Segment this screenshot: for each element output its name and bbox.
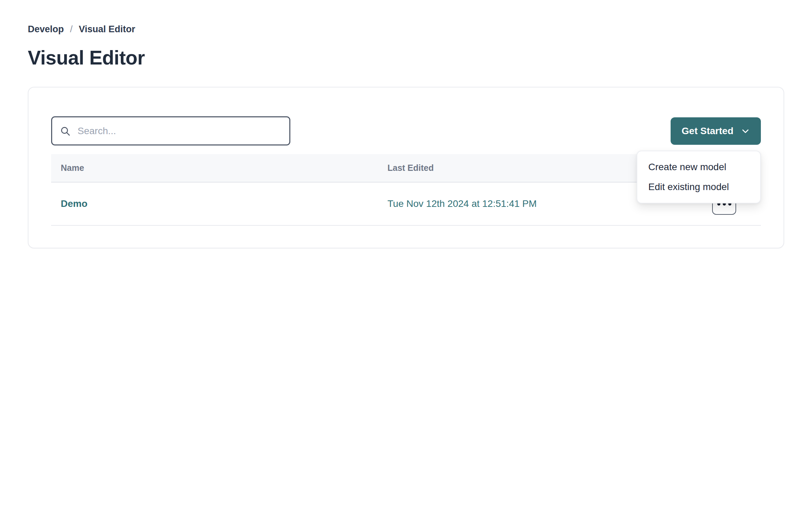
breadcrumb-separator: /: [70, 24, 73, 35]
get-started-dropdown: Create new model Edit existing model: [637, 151, 761, 203]
chevron-down-icon: [741, 127, 750, 136]
model-name-cell: Demo: [51, 198, 387, 209]
column-header-name: Name: [51, 163, 387, 173]
menu-item-create-new-model[interactable]: Create new model: [637, 157, 760, 177]
page-title: Visual Editor: [28, 46, 784, 69]
get-started-button[interactable]: Get Started: [671, 117, 761, 145]
get-started-label: Get Started: [682, 126, 733, 137]
search-input[interactable]: [77, 125, 282, 137]
page: Develop / Visual Editor Visual Editor Ge…: [0, 0, 812, 248]
search-box[interactable]: [51, 116, 290, 145]
toolbar: Get Started Create new model Edit existi…: [51, 116, 761, 145]
breadcrumb: Develop / Visual Editor: [28, 24, 784, 35]
models-card: Get Started Create new model Edit existi…: [28, 87, 784, 248]
menu-item-edit-existing-model[interactable]: Edit existing model: [637, 177, 760, 197]
search-icon: [60, 126, 71, 137]
breadcrumb-item-develop[interactable]: Develop: [28, 24, 64, 35]
breadcrumb-item-visual-editor[interactable]: Visual Editor: [79, 24, 136, 35]
model-name-link[interactable]: Demo: [61, 198, 88, 209]
